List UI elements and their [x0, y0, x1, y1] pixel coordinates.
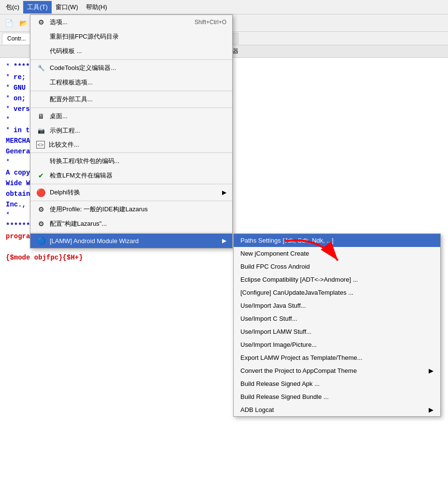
- menu-diff-files[interactable]: <> 比较文件...: [30, 138, 232, 151]
- lamw-submenu: Paths Settings [Jdk, Sdk, Ndk, ...] New …: [233, 233, 441, 417]
- menu-sep-5: [30, 184, 232, 184]
- options-icon: ⚙: [36, 17, 46, 27]
- submenu-build-fpc-android[interactable]: Build FPC Cross Android: [234, 260, 440, 273]
- tab-controls[interactable]: Contr...: [2, 33, 31, 44]
- example-projects-icon: 📷: [36, 126, 46, 136]
- menu-delphi-convert[interactable]: 🔴 Delphi转换 ▶: [30, 185, 232, 200]
- submenu-paths-settings[interactable]: Paths Settings [Jdk, Sdk, Ndk, ...]: [234, 234, 440, 247]
- open-button[interactable]: 📂: [16, 16, 30, 30]
- desktop-icon: 🖥: [36, 111, 46, 121]
- menu-window[interactable]: 窗口(W): [52, 1, 82, 14]
- lamw-icon: 🔵: [36, 236, 46, 246]
- menu-sep-4: [30, 152, 232, 153]
- check-lfm-icon: ✔: [36, 171, 46, 180]
- submenu-import-java[interactable]: Use/Import Java Stuff...: [234, 299, 440, 312]
- menu-sep-2: [30, 91, 232, 91]
- menu-package[interactable]: 包(c): [2, 1, 23, 14]
- external-tools-icon: [36, 95, 46, 104]
- submenu-eclipse-compat[interactable]: Eclipse Compatibility [ADT<->Andmore] ..…: [234, 273, 440, 286]
- code-templates-icon: [36, 46, 46, 56]
- menu-convert-encoding[interactable]: 转换工程/软件包的编码...: [30, 154, 232, 168]
- submenu-adb-logcat[interactable]: ADB Logcat ▶: [234, 403, 440, 416]
- menu-sep-7: [30, 232, 232, 232]
- menu-check-lfm[interactable]: ✔ 检查LFM文件在编辑器: [30, 168, 232, 183]
- menu-code-templates[interactable]: 代码模板 ...: [30, 44, 232, 58]
- submenu-configure-java-templates[interactable]: [Configure] CanUpdateJavaTemplates ...: [234, 286, 440, 299]
- tools-dropdown-menu: ⚙ 选项... Shift+Ctrl+O 重新扫描FPC源代码目录 代码模板 .…: [30, 14, 233, 248]
- menu-configure-build[interactable]: ⚙ 配置"构建Lazarus"...: [30, 217, 232, 231]
- menu-codetools-editor[interactable]: 🔧 CodeTools定义编辑器...: [30, 61, 232, 75]
- convert-encoding-icon: [36, 156, 46, 166]
- menu-sep-6: [30, 201, 232, 201]
- menu-tools[interactable]: 工具(T): [23, 1, 52, 14]
- appcompat-arrow: ▶: [429, 367, 434, 374]
- submenu-import-lamw[interactable]: Use/Import LAMW Stuff...: [234, 325, 440, 338]
- lamw-arrow: ▶: [222, 237, 226, 244]
- menu-rescan-fpc[interactable]: 重新扫描FPC源代码目录: [30, 29, 232, 44]
- menu-config-external-tools[interactable]: 配置外部工具...: [30, 92, 232, 107]
- adb-logcat-arrow: ▶: [429, 406, 434, 413]
- menu-options[interactable]: ⚙ 选项... Shift+Ctrl+O: [30, 15, 232, 29]
- rescan-icon: [36, 32, 46, 41]
- submenu-build-signed-apk[interactable]: Build Release Signed Apk ...: [234, 377, 440, 390]
- submenu-convert-appcompat[interactable]: Convert the Project to AppCompat Theme ▶: [234, 364, 440, 377]
- project-templates-icon: [36, 78, 46, 87]
- build-profile-icon: ⚙: [36, 205, 46, 214]
- menu-bar: 包(c) 工具(T) 窗口(W) 帮助(H): [0, 0, 448, 14]
- menu-lamw[interactable]: 🔵 [LAMW] Android Module Wizard ▶ Paths S…: [30, 233, 232, 248]
- submenu-import-image[interactable]: Use/Import Image/Picture...: [234, 338, 440, 351]
- submenu-export-template[interactable]: Export LAMW Project as Template/Theme...: [234, 351, 440, 364]
- delphi-arrow: ▶: [222, 189, 226, 196]
- menu-desktop[interactable]: 🖥 桌面...: [30, 109, 232, 123]
- submenu-build-signed-bundle[interactable]: Build Release Signed Bundle ...: [234, 390, 440, 403]
- diff-icon: <>: [36, 141, 45, 149]
- submenu-new-jcomponent[interactable]: New jComponent Create: [234, 247, 440, 260]
- new-button[interactable]: 📄: [2, 16, 15, 30]
- menu-project-templates[interactable]: 工程模板选项...: [30, 75, 232, 90]
- delphi-icon: 🔴: [36, 188, 46, 197]
- menu-sep-1: [30, 59, 232, 60]
- menu-example-projects[interactable]: 📷 示例工程...: [30, 123, 232, 138]
- configure-build-icon: ⚙: [36, 219, 46, 229]
- submenu-import-c[interactable]: Use/Import C Stuff...: [234, 312, 440, 325]
- menu-help[interactable]: 帮助(H): [82, 1, 111, 14]
- menu-build-profile[interactable]: ⚙ 使用Profile: 一般的IDE构建Lazarus: [30, 202, 232, 217]
- codetools-icon: 🔧: [36, 63, 46, 73]
- menu-sep-3: [30, 108, 232, 108]
